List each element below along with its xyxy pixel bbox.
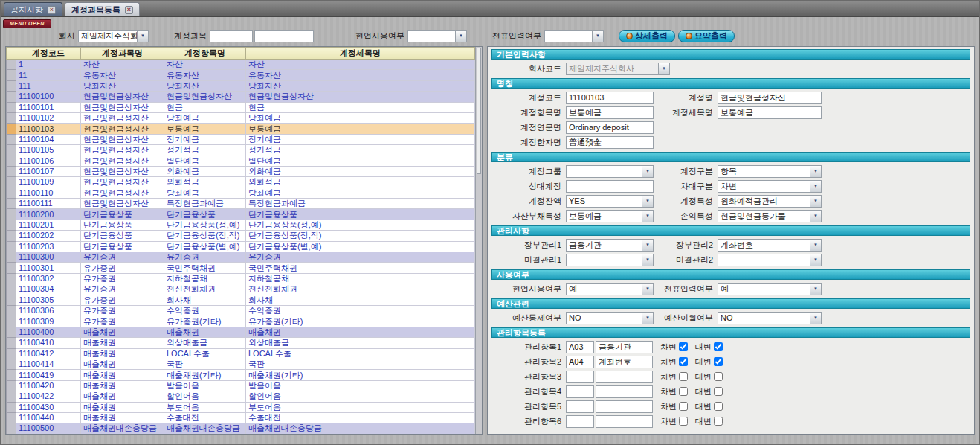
grid-cell[interactable]: 유가증권 xyxy=(81,252,164,263)
account-name-filter-input[interactable] xyxy=(254,30,314,42)
grid-cell[interactable]: 외상매출금 xyxy=(164,338,246,348)
grid-cell[interactable]: 단기금융상품 xyxy=(81,231,164,241)
mgmt-item-name-input[interactable] xyxy=(596,400,653,413)
grid-row[interactable]: 11100203단기금융상품단기금융상품(별,예)단기금융상품(별,예) xyxy=(7,241,475,252)
grid-cell[interactable]: 유가증권 xyxy=(246,252,475,263)
grid-cell[interactable]: 유가증권 xyxy=(164,252,246,263)
grid-cell[interactable]: 현금및현금성자산 xyxy=(81,134,164,144)
grid-cell[interactable]: 11100440 xyxy=(16,412,81,423)
grid-cell[interactable]: 유동자산 xyxy=(164,70,246,80)
grid-cell[interactable]: 정기적금 xyxy=(164,145,246,156)
row-select-indicator[interactable] xyxy=(7,412,16,423)
row-select-indicator[interactable] xyxy=(7,112,16,123)
row-select-indicator[interactable] xyxy=(7,145,16,156)
grid-row[interactable]: 11100400매출채권매출채권매출채권 xyxy=(7,327,475,337)
grid-cell[interactable]: 1 xyxy=(16,60,81,70)
grid-cell[interactable]: 전신전화채권 xyxy=(246,284,475,295)
grid-cell[interactable]: 특정현금과예금 xyxy=(246,199,475,209)
grid-row[interactable]: 11100300유가증권유가증권유가증권 xyxy=(7,252,475,263)
grid-cell[interactable]: 유가증권(기타) xyxy=(164,316,246,327)
grid-row[interactable]: 111당좌자산당좌자산당좌자산 xyxy=(7,80,475,91)
grid-cell[interactable]: 매출채권 xyxy=(81,412,164,423)
row-select-indicator[interactable] xyxy=(7,316,16,327)
grid-cell[interactable]: 11100104 xyxy=(16,134,81,144)
grid-cell[interactable]: 11100111 xyxy=(16,199,81,209)
grid-cell[interactable]: 단기금융상품 xyxy=(81,241,164,252)
grid-cell[interactable]: LOCAL수출 xyxy=(164,348,246,359)
grid-cell[interactable]: 수익증권 xyxy=(164,305,246,316)
grid-cell[interactable]: 국민주택채권 xyxy=(246,263,475,273)
grid-cell[interactable]: 매출채권 xyxy=(81,391,164,402)
grid-row[interactable]: 11100200단기금융상품단기금융상품단기금융상품 xyxy=(7,209,475,220)
row-select-indicator[interactable] xyxy=(7,60,16,70)
debit-checkbox[interactable] xyxy=(679,417,688,426)
grid-cell[interactable]: 매출채권 xyxy=(164,327,246,337)
row-select-indicator[interactable] xyxy=(7,391,16,402)
grid-cell[interactable]: 국판 xyxy=(246,359,475,369)
row-select-indicator[interactable] xyxy=(7,231,16,241)
grid-row[interactable]: 11100500매출채권대손충당금매출채권대손충당금매출채권대손충당금 xyxy=(7,423,475,434)
grid-cell[interactable]: 11100107 xyxy=(16,166,81,176)
grid-cell[interactable]: 외화적금 xyxy=(246,177,475,188)
grid-cell[interactable]: 수출대전 xyxy=(246,412,475,423)
grid-row[interactable]: 11100104현금및현금성자산정기예금정기예금 xyxy=(7,134,475,144)
field-use-filter-select[interactable]: ▼ xyxy=(407,30,467,42)
grid-cell[interactable]: 매출채권(기타) xyxy=(246,370,475,380)
grid-row[interactable]: 11100305유가증권회사채회사채 xyxy=(7,295,475,305)
detail-name-input[interactable] xyxy=(718,106,822,119)
grid-row[interactable]: 11유동자산유동자산유동자산 xyxy=(7,70,475,80)
grid-row[interactable]: 11100103현금및현금성자산보통예금보통예금 xyxy=(7,124,475,134)
grid-cell[interactable]: 11100305 xyxy=(16,295,81,305)
company-filter-select[interactable]: 제일제지주식회사 ▼ xyxy=(78,30,149,42)
grid-cell[interactable]: 유가증권 xyxy=(81,316,164,327)
row-select-indicator[interactable] xyxy=(7,92,16,102)
grid-cell[interactable]: 단기금융상품 xyxy=(81,209,164,220)
mgmt-item-code-input[interactable] xyxy=(566,415,594,428)
grid-cell[interactable]: 현금및현금성자산 xyxy=(81,188,164,198)
grid-cell[interactable]: 별단예금 xyxy=(246,156,475,166)
grid-cell[interactable]: 11100301 xyxy=(16,263,81,273)
grid-row[interactable]: 11100302유가증권지하철공채지하철공채 xyxy=(7,273,475,284)
grid-cell[interactable]: 11100109 xyxy=(16,177,81,188)
grid-cell[interactable]: 자산 xyxy=(246,60,475,70)
row-select-indicator[interactable] xyxy=(7,220,16,230)
grid-cell[interactable]: 당좌자산 xyxy=(81,80,164,91)
row-select-indicator[interactable] xyxy=(7,209,16,220)
budget-control-select[interactable]: NO ▼ xyxy=(566,312,654,324)
slip-input-select[interactable]: 예 ▼ xyxy=(718,283,822,295)
mgmt-item-code-input[interactable] xyxy=(566,371,594,383)
grid-cell[interactable]: 유가증권 xyxy=(81,273,164,284)
row-select-indicator[interactable] xyxy=(7,380,16,391)
grid-cell[interactable]: 11100422 xyxy=(16,391,81,402)
mgmt-item-code-input[interactable] xyxy=(566,385,594,398)
row-select-indicator[interactable] xyxy=(7,305,16,316)
grid-cell[interactable]: 매출채권 xyxy=(81,327,164,337)
row-select-indicator[interactable] xyxy=(7,134,16,144)
tab-close-icon[interactable]: × xyxy=(125,6,133,14)
credit-checkbox[interactable] xyxy=(714,402,723,411)
field-use-select[interactable]: 예 ▼ xyxy=(566,283,654,295)
row-select-indicator[interactable] xyxy=(7,423,16,434)
mgmt-item-code-input[interactable] xyxy=(566,400,594,413)
grid-cell[interactable]: 매출채권대손충당금 xyxy=(81,423,164,434)
grid-cell[interactable]: 국판 xyxy=(164,359,246,369)
grid-cell[interactable]: 수익증권 xyxy=(246,305,475,316)
grid-row[interactable]: 11100102현금및현금성자산당좌예금당좌예금 xyxy=(7,112,475,123)
eng-name-input[interactable] xyxy=(566,121,654,134)
debit-checkbox[interactable] xyxy=(679,357,688,366)
grid-cell[interactable]: 매출채권 xyxy=(81,359,164,369)
row-select-indicator[interactable] xyxy=(7,102,16,112)
debit-checkbox[interactable] xyxy=(679,372,688,381)
grid-cell[interactable]: 정기적금 xyxy=(246,145,475,156)
grid-cell[interactable]: 단기금융상품 xyxy=(246,209,475,220)
grid-cell[interactable]: 현금및현금성자산 xyxy=(246,92,475,102)
grid-cell[interactable]: 유동자산 xyxy=(81,70,164,80)
grid-cell[interactable]: 자산 xyxy=(81,60,164,70)
grid-cell[interactable]: 현금및현금성자산 xyxy=(81,102,164,112)
hanja-name-input[interactable] xyxy=(566,136,654,149)
grid-cell[interactable]: 보통예금 xyxy=(164,124,246,134)
grid-cell[interactable]: 매출채권대손충당금 xyxy=(164,423,246,434)
mgmt-item-code-input[interactable] xyxy=(566,356,594,368)
grid-cell[interactable]: 11100202 xyxy=(16,231,81,241)
grid-scrollbar-thumb[interactable] xyxy=(477,48,481,174)
